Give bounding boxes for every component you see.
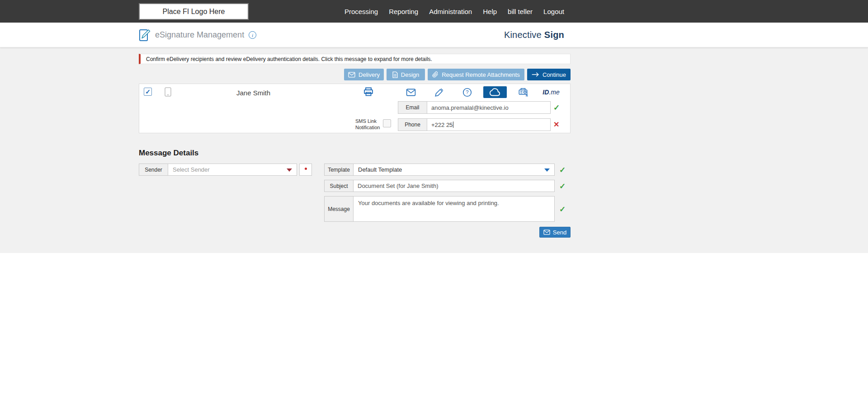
brand-sign: Sign (544, 30, 564, 40)
action-toolbar: Delivery Design Request Remote Attachmen… (139, 69, 571, 80)
security-question-auth-icon[interactable]: ? (453, 86, 481, 98)
email-auth-icon[interactable] (397, 86, 425, 98)
brand-kinective: Kinective (504, 30, 542, 40)
continue-button[interactable]: Continue (527, 69, 571, 80)
recipient-checkbox[interactable]: ✓ (144, 88, 152, 96)
design-button-label: Design (401, 71, 419, 78)
delivery-button-label: Delivery (359, 71, 380, 78)
esignature-document-icon (139, 29, 151, 42)
phone-invalid-cross-icon: ✕ (553, 120, 559, 129)
paperclip-icon (432, 71, 439, 78)
nav-logout[interactable]: Logout (543, 8, 564, 15)
envelope-icon (348, 72, 355, 78)
nav-processing[interactable]: Processing (344, 8, 378, 15)
request-remote-attachments-button[interactable]: Request Remote Attachments (428, 69, 524, 80)
required-dot-icon (305, 168, 307, 170)
nav-reporting[interactable]: Reporting (389, 8, 418, 15)
edelivery-alert-banner[interactable]: Confirm eDelivery recipients and review … (139, 54, 571, 64)
sender-select[interactable]: Select Sender (168, 164, 297, 176)
subject-field-label: Subject (324, 180, 354, 192)
request-remote-attachments-label: Request Remote Attachments (442, 71, 520, 78)
info-icon[interactable]: i (249, 31, 256, 39)
template-select[interactable]: Default Template (353, 164, 555, 176)
signature-pen-auth-icon[interactable] (425, 86, 453, 98)
page-title: eSignature Management (155, 30, 244, 40)
fi-logo-placeholder: Place FI Logo Here (139, 3, 249, 20)
page-header: eSignature Management i Kinective Sign (0, 23, 868, 47)
design-button[interactable]: Design (387, 69, 425, 80)
email-input[interactable] (427, 101, 551, 114)
sender-field-label: Sender (139, 164, 168, 176)
top-nav: Processing Reporting Administration Help… (344, 0, 564, 23)
cloud-auth-icon-selected[interactable] (483, 86, 507, 98)
idme-auth-logo[interactable]: ID.me (537, 86, 565, 98)
recipient-panel: ✓ Jane Smith (139, 84, 571, 133)
printer-icon[interactable] (363, 86, 374, 97)
sms-link-notification-checkbox[interactable] (383, 119, 391, 127)
chevron-down-icon (287, 168, 292, 172)
delivery-button[interactable]: Delivery (344, 69, 384, 80)
message-valid-check-icon: ✓ (559, 205, 566, 214)
nav-administration[interactable]: Administration (429, 8, 472, 15)
authentication-method-row: ? R ID.me (397, 86, 565, 98)
phone-input[interactable]: +222 25 (427, 118, 551, 131)
send-button[interactable]: Send (539, 227, 571, 238)
page-title-group: eSignature Management i (139, 23, 256, 47)
template-valid-check-icon: ✓ (559, 165, 566, 175)
recipient-name: Jane Smith (236, 89, 270, 97)
sender-required-indicator-box (299, 164, 312, 176)
svg-text:?: ? (466, 89, 468, 95)
nav-user-bill-teller[interactable]: bill teller (508, 8, 533, 15)
phone-field-label: Phone (398, 118, 427, 131)
mobile-device-icon (165, 87, 171, 97)
phone-input-value: +222 25 (431, 122, 453, 128)
email-valid-check-icon: ✓ (553, 103, 560, 112)
sms-link-notification-label: SMS Link Notification (355, 118, 381, 131)
top-navigation-bar: Place FI Logo Here Processing Reporting … (0, 0, 868, 23)
email-field-label: Email (398, 101, 427, 114)
kinective-sign-logo: Kinective Sign (504, 23, 564, 47)
remote-printer-auth-icon[interactable]: R (509, 86, 537, 98)
message-textarea[interactable]: Your documents are available for viewing… (353, 196, 555, 222)
svg-text:R: R (526, 94, 528, 97)
chevron-down-icon (544, 168, 550, 172)
continue-button-label: Continue (542, 71, 566, 78)
arrow-right-icon (532, 72, 539, 77)
message-details-heading: Message Details (139, 149, 198, 158)
send-button-label: Send (553, 229, 566, 236)
template-select-value: Default Template (358, 166, 402, 173)
idme-wordmark: ID.me (542, 89, 559, 96)
esignature-management-page: Place FI Logo Here Processing Reporting … (0, 0, 868, 407)
document-icon (392, 71, 398, 78)
subject-input[interactable] (353, 180, 555, 192)
message-field-label: Message (324, 196, 354, 222)
send-envelope-icon (543, 229, 550, 235)
template-field-label: Template (324, 164, 354, 176)
text-caret (453, 122, 453, 128)
sender-select-placeholder: Select Sender (173, 166, 210, 173)
nav-help[interactable]: Help (483, 8, 497, 15)
subject-valid-check-icon: ✓ (559, 182, 566, 191)
